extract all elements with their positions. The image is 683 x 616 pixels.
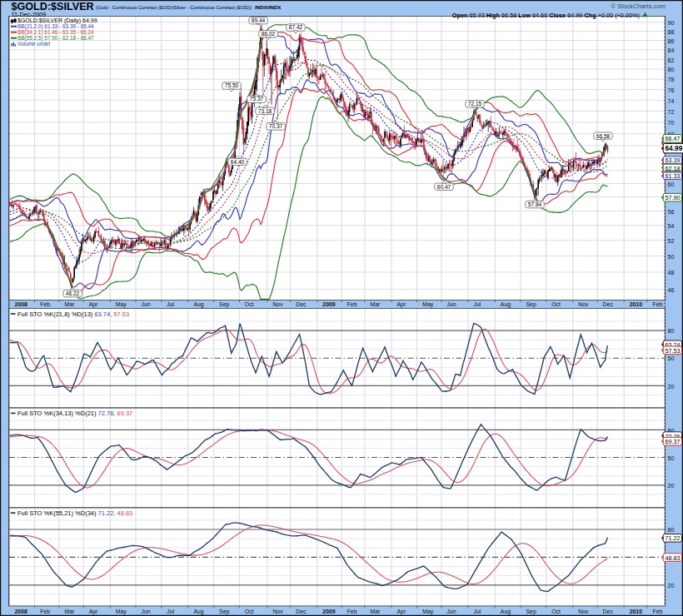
svg-text:2008: 2008 bbox=[15, 609, 27, 614]
svg-text:INDX/INDX: INDX/INDX bbox=[255, 4, 282, 10]
svg-text:20: 20 bbox=[668, 384, 675, 390]
svg-text:57.90: 57.90 bbox=[665, 194, 680, 201]
svg-text:Jul: Jul bbox=[167, 301, 174, 307]
svg-text:86: 86 bbox=[668, 38, 675, 44]
svg-text:May: May bbox=[422, 301, 434, 308]
svg-text:2010: 2010 bbox=[630, 609, 642, 614]
svg-text:80: 80 bbox=[668, 527, 675, 533]
svg-text:66.58: 66.58 bbox=[596, 133, 611, 139]
svg-text:Mar: Mar bbox=[370, 609, 381, 614]
svg-text:76: 76 bbox=[668, 87, 675, 93]
svg-text:71.22: 71.22 bbox=[665, 534, 680, 542]
svg-text:52: 52 bbox=[668, 238, 675, 244]
svg-text:50: 50 bbox=[668, 355, 675, 361]
svg-text:Sep: Sep bbox=[526, 301, 536, 308]
svg-text:Jul: Jul bbox=[474, 301, 481, 307]
svg-text:Apr: Apr bbox=[89, 609, 98, 615]
svg-text:72: 72 bbox=[668, 109, 675, 115]
svg-text:(Gold - Continuous Contract (E: (Gold - Continuous Contract (EOD)/Silver… bbox=[96, 5, 252, 10]
svg-text:48: 48 bbox=[668, 270, 675, 276]
svg-text:62.18: 62.18 bbox=[665, 165, 680, 172]
svg-text:Feb: Feb bbox=[653, 301, 663, 307]
svg-text:Aug: Aug bbox=[501, 609, 511, 615]
svg-text:74: 74 bbox=[668, 98, 675, 104]
svg-text:Feb: Feb bbox=[347, 609, 357, 614]
svg-text:57.84: 57.84 bbox=[528, 201, 542, 207]
svg-text:57.53: 57.53 bbox=[665, 347, 680, 355]
svg-text:50: 50 bbox=[668, 254, 675, 260]
svg-text:80: 80 bbox=[668, 328, 675, 334]
svg-text:75.37: 75.37 bbox=[250, 96, 264, 102]
svg-text:87.42: 87.42 bbox=[289, 24, 303, 30]
svg-text:Jun: Jun bbox=[447, 301, 456, 307]
svg-text:Sep: Sep bbox=[219, 609, 229, 615]
svg-text:Jun: Jun bbox=[447, 609, 456, 614]
svg-text:61.33: 61.33 bbox=[665, 172, 680, 180]
svg-text:Dec: Dec bbox=[296, 301, 307, 307]
svg-text:Nov: Nov bbox=[578, 301, 589, 307]
svg-text:56: 56 bbox=[668, 209, 675, 215]
svg-text:2009: 2009 bbox=[322, 301, 335, 307]
svg-text:Feb: Feb bbox=[40, 301, 50, 307]
svg-text:Sep: Sep bbox=[219, 301, 229, 308]
svg-text:2008: 2008 bbox=[15, 301, 27, 307]
svg-text:Oct: Oct bbox=[551, 609, 561, 614]
svg-text:46: 46 bbox=[668, 287, 675, 293]
svg-text:Mar: Mar bbox=[370, 301, 381, 307]
svg-text:64.40: 64.40 bbox=[231, 159, 245, 165]
svg-text:66.47: 66.47 bbox=[665, 135, 680, 142]
svg-text:54: 54 bbox=[668, 223, 675, 229]
svg-text:20: 20 bbox=[668, 483, 675, 489]
svg-text:Oct: Oct bbox=[245, 609, 254, 614]
svg-text:Full STO %K(34,13) %D(21) 72.7: Full STO %K(34,13) %D(21) 72.76, 69.37 bbox=[17, 410, 132, 417]
svg-text:Dec: Dec bbox=[296, 609, 307, 614]
svg-text:Mar: Mar bbox=[64, 609, 75, 614]
svg-text:Sep: Sep bbox=[526, 609, 536, 615]
svg-text:84: 84 bbox=[668, 47, 675, 53]
svg-text:Oct: Oct bbox=[551, 301, 561, 307]
svg-text:2009: 2009 bbox=[322, 609, 335, 614]
svg-text:Nov: Nov bbox=[272, 301, 283, 307]
svg-text:Jun: Jun bbox=[142, 609, 151, 614]
svg-text:Dec: Dec bbox=[603, 609, 614, 614]
svg-text:Nov: Nov bbox=[272, 609, 283, 614]
svg-text:Aug: Aug bbox=[193, 301, 203, 308]
svg-text:Jul: Jul bbox=[474, 609, 481, 614]
svg-text:90: 90 bbox=[668, 20, 675, 26]
svg-text:82: 82 bbox=[668, 57, 675, 63]
svg-text:Nov: Nov bbox=[578, 609, 589, 614]
svg-text:Open 65.93 High 66.58 Low 64.6: Open 65.93 High 66.58 Low 64.66 Close 64… bbox=[452, 12, 640, 19]
svg-text:May: May bbox=[116, 609, 127, 615]
svg-text:2010: 2010 bbox=[630, 301, 642, 307]
svg-text:64.99: 64.99 bbox=[665, 144, 682, 152]
svg-text:Aug: Aug bbox=[193, 609, 203, 615]
svg-text:Aug: Aug bbox=[501, 301, 511, 308]
svg-text:50: 50 bbox=[668, 455, 675, 461]
svg-text:69.37: 69.37 bbox=[665, 438, 680, 445]
svg-text:80: 80 bbox=[668, 67, 675, 72]
svg-text:Full STO %K(55,21) %D(34) 71.2: Full STO %K(55,21) %D(34) 71.22, 48.83 bbox=[17, 509, 132, 517]
svg-text:Feb: Feb bbox=[40, 609, 50, 614]
svg-text:75.50: 75.50 bbox=[225, 82, 239, 88]
svg-text:Mar: Mar bbox=[64, 301, 75, 307]
svg-text:Feb: Feb bbox=[653, 609, 663, 614]
svg-text:Full STO %K(21,8) %D(13) 63.74: Full STO %K(21,8) %D(13) 63.74, 57.53 bbox=[17, 310, 129, 318]
svg-text:60.47: 60.47 bbox=[437, 184, 451, 190]
svg-text:86.02: 86.02 bbox=[262, 31, 276, 37]
svg-text:46.22: 46.22 bbox=[66, 291, 80, 296]
svg-text:89.44: 89.44 bbox=[252, 17, 266, 23]
svg-text:78: 78 bbox=[668, 77, 675, 82]
svg-text:Apr: Apr bbox=[397, 609, 406, 615]
svg-text:May: May bbox=[116, 301, 127, 308]
svg-text:Volume undef: Volume undef bbox=[17, 41, 50, 47]
svg-text:70.37: 70.37 bbox=[269, 123, 283, 129]
svg-text:Jul: Jul bbox=[167, 609, 174, 614]
svg-text:Apr: Apr bbox=[397, 301, 406, 308]
svg-text:70: 70 bbox=[668, 120, 675, 126]
svg-text:20: 20 bbox=[668, 583, 675, 589]
svg-text:Jun: Jun bbox=[142, 301, 151, 307]
svg-text:60: 60 bbox=[668, 181, 675, 187]
svg-text:Oct: Oct bbox=[245, 301, 254, 307]
svg-text:63.39: 63.39 bbox=[665, 156, 680, 164]
svg-text:Apr: Apr bbox=[89, 301, 98, 308]
